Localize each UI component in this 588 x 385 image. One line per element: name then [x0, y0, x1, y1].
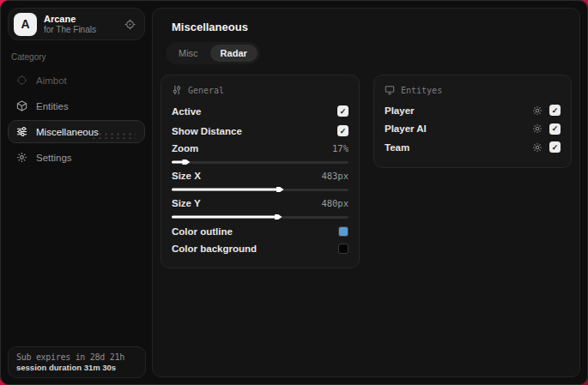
- setting-row-show-distance: Show Distance ✓: [172, 121, 349, 141]
- sidebar-item-label: Miscellaneous: [36, 127, 99, 137]
- setting-label: Show Distance: [172, 126, 242, 136]
- team-checkbox[interactable]: ✓: [549, 141, 561, 153]
- size-x-value: 483px: [321, 171, 349, 181]
- setting-label: Color outline: [172, 226, 233, 237]
- app-title: Arcane: [44, 14, 96, 25]
- zoom-value: 17%: [332, 143, 349, 153]
- entity-label: Player AI: [385, 123, 427, 134]
- slider-thumb[interactable]: [275, 214, 282, 221]
- setting-row-active: Active ✓: [172, 101, 349, 121]
- subscription-card: Sub expires in 28d 21h session duration …: [8, 346, 146, 378]
- entity-row-player-ai: Player AI ✓: [385, 120, 561, 139]
- setting-label: Size X: [172, 171, 201, 181]
- sidebar: A Arcane for The Finals Category: [1, 1, 152, 384]
- general-panel-title: General: [188, 86, 224, 95]
- setting-label: Color background: [172, 244, 257, 254]
- tab-misc[interactable]: Misc: [168, 45, 209, 62]
- sidebar-item-label: Aimbot: [36, 75, 67, 86]
- sidebar-item-settings[interactable]: Settings: [8, 146, 145, 169]
- cube-icon: [16, 100, 27, 111]
- entity-row-team: Team ✓: [385, 138, 561, 157]
- sidebar-item-label: Entities: [36, 101, 69, 111]
- sidebar-item-aimbot[interactable]: Aimbot: [8, 69, 145, 92]
- color-outline-swatch[interactable]: [338, 226, 349, 237]
- player-ai-checkbox[interactable]: ✓: [549, 123, 561, 135]
- session-duration-text: session duration 31m 30s: [16, 363, 137, 372]
- entities-panel: Entityes Player ✓: [373, 75, 572, 168]
- player-checkbox[interactable]: ✓: [549, 105, 561, 116]
- sub-expiry-text: Sub expires in 28d 21h: [16, 352, 137, 362]
- size-y-slider[interactable]: [172, 211, 349, 223]
- brand-card: A Arcane for The Finals: [8, 8, 145, 40]
- entity-label: Player: [385, 105, 415, 116]
- gear-icon: [16, 152, 27, 163]
- setting-row-color-background: Color background: [172, 240, 349, 257]
- target-icon[interactable]: [124, 19, 136, 30]
- setting-row-size-x: Size X 483px: [172, 168, 349, 183]
- app-subtitle: for The Finals: [44, 25, 96, 35]
- main-panel: Miscellaneous Misc Radar General: [152, 8, 580, 377]
- crosshair-icon: [16, 75, 27, 86]
- entity-gear-icon[interactable]: [532, 105, 543, 116]
- tune-icon: [16, 126, 27, 137]
- monitor-icon: [385, 85, 395, 95]
- tab-radar[interactable]: Radar: [210, 45, 258, 62]
- setting-label: Active: [172, 106, 202, 117]
- sidebar-item-miscellaneous[interactable]: Miscellaneous: [8, 120, 145, 143]
- sidebar-item-label: Settings: [36, 153, 72, 163]
- general-panel: General Active ✓ Show Distance ✓ Zoom 17…: [161, 75, 360, 268]
- setting-row-size-y: Size Y 480px: [172, 196, 349, 211]
- sliders-icon: [172, 85, 182, 95]
- category-label: Category: [11, 52, 142, 62]
- show-distance-checkbox[interactable]: ✓: [337, 125, 349, 136]
- setting-row-color-outline: Color outline: [172, 223, 349, 240]
- zoom-slider[interactable]: [172, 156, 349, 168]
- tab-bar: Misc Radar: [166, 42, 260, 64]
- slider-thumb[interactable]: [276, 186, 284, 194]
- entities-panel-title: Entityes: [401, 86, 442, 95]
- size-x-slider[interactable]: [172, 183, 349, 196]
- active-checkbox[interactable]: ✓: [337, 105, 349, 117]
- setting-row-zoom: Zoom 17%: [172, 141, 349, 156]
- page-title: Miscellaneous: [172, 21, 572, 33]
- app-logo: A: [14, 13, 37, 36]
- sidebar-item-entities[interactable]: Entities: [8, 94, 145, 117]
- entity-gear-icon[interactable]: [532, 142, 543, 153]
- entity-row-player: Player ✓: [385, 101, 561, 120]
- setting-label: Size Y: [172, 198, 201, 208]
- setting-label: Zoom: [172, 143, 198, 153]
- app-window: A Arcane for The Finals Category: [0, 0, 588, 385]
- slider-thumb[interactable]: [182, 159, 190, 166]
- entity-gear-icon[interactable]: [532, 123, 543, 134]
- sidebar-nav: Aimbot Entities: [1, 69, 152, 169]
- entity-label: Team: [385, 142, 409, 153]
- color-background-swatch[interactable]: [338, 244, 349, 254]
- size-y-value: 480px: [321, 198, 349, 208]
